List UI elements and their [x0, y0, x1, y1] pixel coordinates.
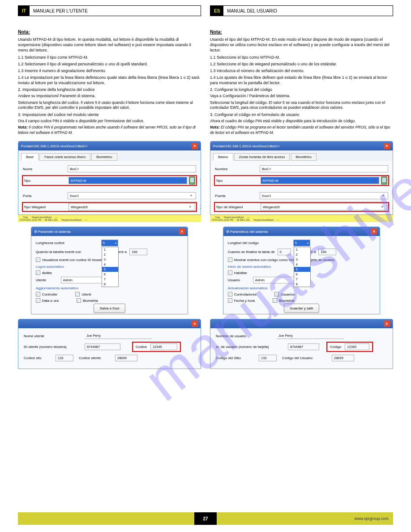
page-number: 27 — [203, 516, 208, 521]
lbl-bio-it: Biometria — [83, 299, 98, 303]
callout-1-2: 1.2 — [200, 204, 201, 210]
lbl-bio-es: Biometría — [279, 299, 294, 303]
note-heading-es: Nota: — [210, 29, 393, 35]
close-icon[interactable]: × — [371, 228, 377, 235]
checkbox-users-es[interactable]: ✓ — [274, 292, 279, 296]
checkbox-showevents-es[interactable]: ✓ — [228, 257, 232, 262]
portal-body-es: Nombre BioC+ Tipo MTPAD-M▾ 1.1 Puerta D — [210, 161, 393, 215]
checkbox-showevents-it[interactable]: ✓ — [36, 257, 40, 262]
sysparam-es-col: ⚙ Parámetros del sistema × Longitud del … — [210, 227, 393, 314]
lbl-usercode-it: Codice utente — [79, 356, 112, 360]
note-body-es: Usando el tipo del tipo MTPAD-M. En este… — [210, 37, 393, 53]
input-rows2-es[interactable]: 100 — [318, 249, 336, 255]
input-sitecode-es[interactable]: 133 — [259, 355, 277, 361]
input-nombre[interactable]: BioC+ — [260, 165, 388, 172]
select-puerta-es[interactable]: Door1▾ — [260, 192, 388, 199]
sysparam-it-col: ⚙ Parametri di sistema × Lunghezza codic… — [18, 227, 201, 314]
p3-es: 3. Configurar el código en el formulario… — [210, 112, 393, 117]
input-username-it[interactable]: Joe Perry — [85, 333, 152, 339]
tab-biometric-it[interactable]: Biometrico — [91, 153, 117, 161]
checkbox-date-it[interactable]: ✓ — [36, 298, 40, 303]
p3b-es: Ahora el cuadro de código PIN está visib… — [210, 119, 393, 124]
gear-icon: ⚙ — [226, 230, 229, 234]
user-window-es: × Nombre de usuario Joe Perry Id. de usu… — [210, 319, 393, 369]
device-icon[interactable] — [381, 176, 387, 184]
col-it: Nota: Usando MTPAD-M di tipo lettore. In… — [18, 23, 201, 137]
header-left-topic: MANUALE PER L'UTENTE — [30, 9, 88, 13]
lbl-wiegand-it: Tipo Wiegand — [24, 205, 68, 209]
lang-tab-it: IT — [18, 6, 30, 16]
close-icon[interactable]: × — [192, 143, 198, 149]
lbl-enable-it: Abilita — [42, 271, 52, 275]
select-tipo-es[interactable]: MTPAD-M▾ — [261, 177, 379, 184]
select-codelen-it[interactable]: 5▾ 1 2 3 4 5 6 7 8 — [101, 240, 118, 246]
p11-es: 1.1 Seleccione el tipo como MTPAD-M. — [210, 55, 393, 60]
p13-it: 1.3 Inserire il numero di segnalazione d… — [18, 68, 201, 73]
checkbox-bio-es[interactable]: ✓ — [273, 298, 277, 303]
lbl-username-es: Nombre de usuario — [216, 334, 274, 338]
dropdown-codelen-it[interactable]: 1 2 3 4 5 6 7 8 — [102, 247, 119, 287]
chevron-down-icon: ▾ — [380, 205, 385, 209]
save-button-es[interactable]: Guardar y salir — [284, 304, 319, 313]
close-icon[interactable]: × — [179, 228, 185, 235]
chevron-down-icon: ▾ — [372, 179, 377, 182]
select-wiegand-es[interactable]: Wiegand26▾ — [261, 203, 387, 210]
save-button-it[interactable]: Salva e Esci — [94, 304, 125, 313]
tab-basico-es[interactable]: Básico — [213, 153, 233, 161]
input-uid-it[interactable]: 8744987 — [85, 343, 120, 350]
lbl-showevents-es: Mostrar eventos con código como formato … — [234, 258, 335, 262]
close-icon[interactable]: × — [192, 321, 198, 327]
input-code-es[interactable]: 12345 — [345, 343, 369, 350]
tab-biometrico-es[interactable]: Biométrico — [291, 153, 317, 161]
p2-es: 2. Configurar la longitud del código — [210, 87, 393, 92]
tab-zonas-es[interactable]: Zonas horarias de libre acceso — [234, 153, 290, 161]
lbl-tipo-es: Tipo — [216, 179, 261, 183]
lbl-wiegand-es: Tipo de Wiegand — [216, 205, 261, 209]
lbl-nome: Nome — [23, 167, 68, 171]
device-icon[interactable] — [189, 176, 195, 184]
lbl-user-es: Usuario — [228, 278, 250, 282]
input-uid-es[interactable]: 8744987 — [288, 343, 319, 350]
p13-es: 1.3 Introduzca el número de señalización… — [210, 68, 393, 73]
input-code-it[interactable]: 12345 — [150, 343, 177, 350]
portal-fig-es: Portals\192.168.1.201\2-vtor\Door1\BioC+… — [210, 141, 393, 222]
select-porta-it[interactable]: Door1▾ — [68, 192, 196, 199]
checkbox-date-es[interactable]: ✓ — [228, 298, 232, 303]
checkbox-ctrl-es[interactable]: ✓ — [228, 292, 232, 296]
checkbox-users-it[interactable]: ✓ — [75, 292, 80, 296]
lbl-nombre: Nombre — [215, 167, 260, 171]
checkbox-enable-it[interactable]: ✓ — [36, 270, 40, 275]
close-icon[interactable]: × — [384, 321, 390, 327]
lbl-date-es: Fecha y hora — [234, 299, 255, 303]
portal-fig-row: Portals\192.168.1.201\2-vtor\Door1\BioC+… — [0, 138, 411, 224]
col-es: Nota: Usando el tipo del tipo MTPAD-M. E… — [210, 23, 393, 137]
checkbox-ctrl-it[interactable]: ✓ — [36, 292, 40, 296]
input-usercode-es[interactable]: 28699 — [332, 355, 354, 361]
checkbox-enable-es[interactable]: ✓ — [228, 270, 232, 275]
lbl-codelen-it: Lunghezza codice — [36, 241, 98, 245]
input-nome[interactable]: BioC+ — [68, 165, 196, 172]
chevron-down-icon: ▾ — [381, 194, 386, 197]
user-row: × Nome utente Joe Perry ID utente (numer… — [0, 316, 411, 371]
user-titlebar-es: × — [210, 319, 393, 328]
input-rows-it[interactable]: 100 — [129, 249, 147, 255]
portal-titlebar-es: Portals\192.168.1.201\2-vtor\Door1\BioC+… — [210, 142, 393, 150]
dropdown-codelen-es[interactable]: 1 2 3 4 5 6 7 8 — [294, 247, 311, 287]
input-usercode-it[interactable]: 28699 — [115, 355, 137, 361]
select-wiegand-it[interactable]: Wiegand26▾ — [68, 203, 195, 210]
close-icon[interactable]: × — [384, 143, 390, 149]
callout-1-1: 1.1 — [200, 178, 201, 183]
lang-tab-es: ES — [210, 6, 223, 16]
lbl-uid-es: Id. de usuario (número de tarjeta) — [216, 345, 285, 349]
select-tipo-it[interactable]: MTPAD-M▾ — [68, 177, 187, 184]
gear-icon: ⚙ — [34, 230, 37, 234]
tab-timezones-it[interactable]: Fasce orarie accesso libero — [39, 153, 90, 161]
tab-base-it[interactable]: Base — [21, 153, 39, 161]
input-rows1-es[interactable]: 0 — [278, 249, 291, 255]
checkbox-bio-it[interactable]: ✓ — [77, 298, 81, 303]
input-username-es[interactable]: Joe Perry — [277, 333, 344, 339]
lbl-user-it: Utente — [36, 278, 58, 282]
input-sitecode-it[interactable]: 133 — [56, 355, 73, 361]
portal-tabs-it: Base Fasce orarie accesso libero Biometr… — [18, 150, 201, 161]
select-codelen-es[interactable]: 5▾ 1 2 3 4 5 6 7 8 — [293, 240, 310, 246]
